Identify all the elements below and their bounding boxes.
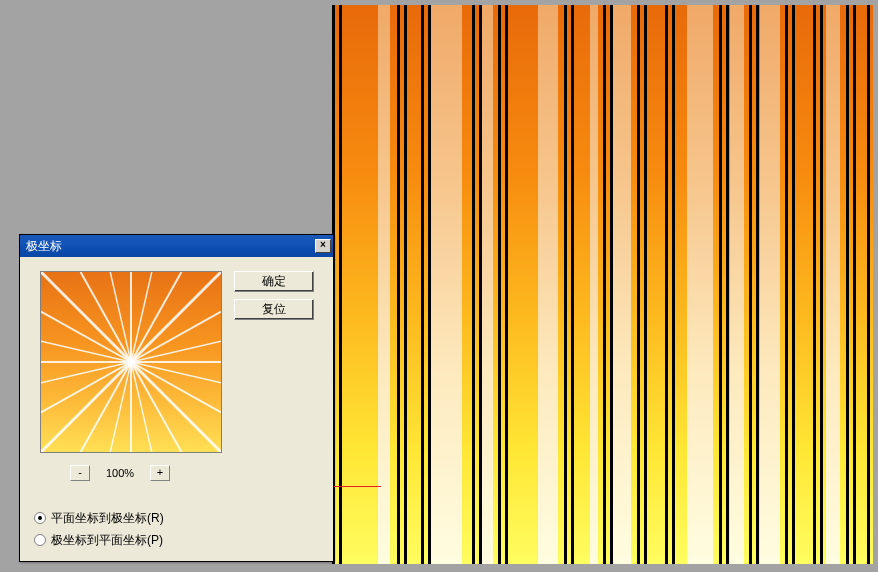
dialog-body: - 100% + 确定 复位 平面坐标到极坐标(R) 极坐标到平面坐标(P) (20, 257, 333, 561)
radio-label: 极坐标到平面坐标(P) (51, 532, 163, 549)
light-stripe (481, 5, 493, 564)
preview-sunburst (41, 272, 221, 452)
light-stripe (687, 5, 713, 564)
radio-rect-to-polar[interactable]: 平面坐标到极坐标(R) (34, 507, 164, 529)
svg-line-10 (131, 362, 221, 383)
light-stripe (730, 5, 744, 564)
black-stripe (756, 5, 759, 564)
radio-polar-to-rect[interactable]: 极坐标到平面坐标(P) (34, 529, 164, 551)
light-stripe (760, 5, 780, 564)
black-stripe (813, 5, 816, 564)
svg-line-8 (131, 341, 221, 362)
black-stripe (792, 5, 795, 564)
svg-line-14 (131, 362, 152, 452)
conversion-options: 平面坐标到极坐标(R) 极坐标到平面坐标(P) (34, 507, 164, 551)
close-button[interactable]: × (315, 239, 331, 253)
light-stripe (613, 5, 631, 564)
svg-line-4 (131, 272, 152, 362)
black-stripe (421, 5, 424, 564)
svg-line-20 (41, 362, 131, 383)
ok-button[interactable]: 确定 (234, 271, 314, 292)
black-stripe (505, 5, 508, 564)
zoom-in-button[interactable]: + (150, 465, 170, 481)
svg-line-2 (110, 272, 131, 362)
black-stripe (785, 5, 788, 564)
black-stripe (479, 5, 482, 564)
black-stripe (498, 5, 501, 564)
zoom-value: 100% (100, 467, 140, 479)
radio-indicator (34, 512, 46, 524)
light-stripe (538, 5, 558, 564)
zoom-out-button[interactable]: - (70, 465, 90, 481)
black-stripe (571, 5, 574, 564)
black-stripe (672, 5, 675, 564)
light-stripe (590, 5, 598, 564)
black-stripe (846, 5, 849, 564)
canvas-image (332, 5, 873, 564)
black-stripe (610, 5, 613, 564)
black-stripe (726, 5, 729, 564)
radio-label: 平面坐标到极坐标(R) (51, 510, 164, 527)
black-stripe (564, 5, 567, 564)
svg-line-12 (131, 362, 221, 452)
black-stripe (749, 5, 752, 564)
dialog-title: 极坐标 (26, 238, 62, 255)
black-stripe (665, 5, 668, 564)
black-stripe (603, 5, 606, 564)
svg-line-22 (41, 341, 131, 362)
black-stripe (853, 5, 856, 564)
dialog-titlebar[interactable]: 极坐标 × (20, 235, 333, 257)
radio-indicator (34, 534, 46, 546)
black-stripe (637, 5, 640, 564)
black-stripe (719, 5, 722, 564)
svg-line-6 (131, 272, 221, 362)
light-stripe (378, 5, 390, 564)
svg-line-16 (110, 362, 131, 452)
black-stripe (397, 5, 400, 564)
black-stripe (404, 5, 407, 564)
light-stripe (826, 5, 840, 564)
black-stripe (428, 5, 431, 564)
svg-line-18 (41, 362, 131, 452)
black-stripe (644, 5, 647, 564)
svg-line-0 (41, 272, 131, 362)
reset-button[interactable]: 复位 (234, 299, 314, 320)
filter-preview[interactable] (40, 271, 222, 453)
light-stripe (430, 5, 462, 564)
black-stripe (339, 5, 342, 564)
black-stripe (472, 5, 475, 564)
zoom-controls: - 100% + (70, 465, 170, 481)
polar-coordinates-dialog: 极坐标 × (19, 234, 334, 562)
black-stripe (820, 5, 823, 564)
black-stripe (867, 5, 870, 564)
